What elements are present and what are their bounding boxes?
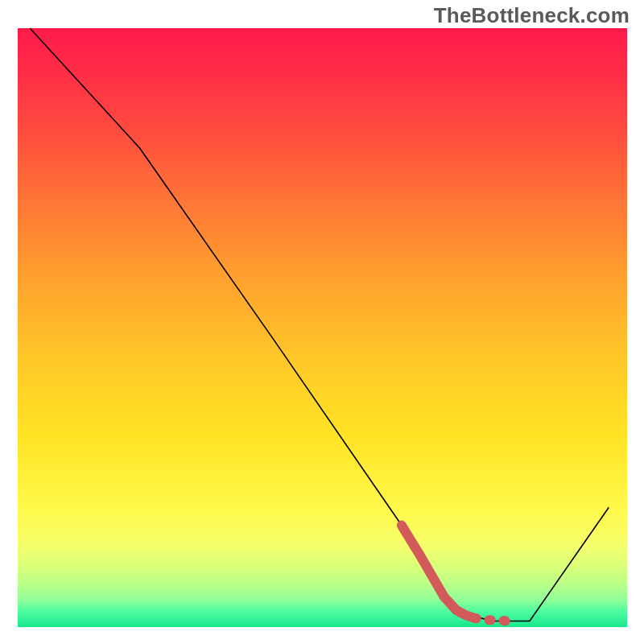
bottleneck-chart xyxy=(0,0,644,644)
chart-container: TheBottleneck.com xyxy=(0,0,644,644)
plot-background xyxy=(18,28,627,627)
highlight-segment-dotted xyxy=(475,618,511,621)
watermark-text: TheBottleneck.com xyxy=(434,3,630,28)
